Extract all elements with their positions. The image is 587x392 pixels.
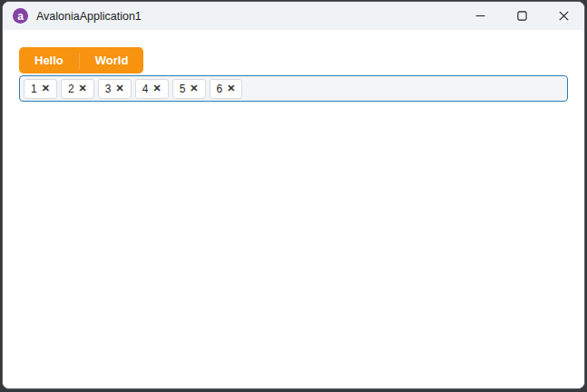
minimize-icon bbox=[475, 11, 485, 21]
window-content: Hello World 1 ✕ 2 ✕ 3 ✕ 4 bbox=[3, 30, 584, 388]
chip[interactable]: 2 ✕ bbox=[61, 79, 94, 99]
titlebar[interactable]: a AvaloniaApplication1 bbox=[3, 2, 584, 30]
close-icon bbox=[559, 11, 569, 21]
window-controls bbox=[459, 2, 584, 30]
chip-label: 4 bbox=[142, 83, 149, 95]
chip-remove-button[interactable]: ✕ bbox=[190, 83, 198, 93]
chip-remove-button[interactable]: ✕ bbox=[42, 83, 50, 93]
chip-remove-button[interactable]: ✕ bbox=[116, 83, 124, 93]
chip-label: 2 bbox=[68, 83, 74, 95]
chip[interactable]: 1 ✕ bbox=[24, 79, 57, 99]
chip[interactable]: 5 ✕ bbox=[172, 79, 206, 99]
tab-world[interactable]: World bbox=[80, 47, 144, 74]
close-button[interactable] bbox=[543, 2, 584, 30]
window-title: AvaloniaApplication1 bbox=[36, 10, 142, 23]
minimize-button[interactable] bbox=[459, 2, 501, 30]
chip-label: 3 bbox=[105, 83, 112, 95]
maximize-button[interactable] bbox=[501, 2, 543, 30]
chip-label: 6 bbox=[217, 83, 223, 95]
chip[interactable]: 6 ✕ bbox=[210, 79, 243, 99]
chip-remove-button[interactable]: ✕ bbox=[152, 83, 161, 93]
tab-hello[interactable]: Hello bbox=[19, 47, 79, 74]
chip[interactable]: 3 ✕ bbox=[98, 79, 132, 99]
tab-strip: Hello World bbox=[19, 47, 143, 74]
chip[interactable]: 4 ✕ bbox=[135, 79, 169, 99]
tag-input-container[interactable]: 1 ✕ 2 ✕ 3 ✕ 4 ✕ 5 ✕ bbox=[19, 75, 568, 102]
avalonia-logo-icon: a bbox=[13, 8, 28, 24]
app-window: a AvaloniaApplication1 bbox=[2, 1, 585, 389]
chip-label: 1 bbox=[31, 83, 37, 95]
chip-remove-button[interactable]: ✕ bbox=[79, 83, 87, 93]
chip-label: 5 bbox=[180, 83, 186, 95]
chip-remove-button[interactable]: ✕ bbox=[227, 83, 235, 93]
maximize-icon bbox=[517, 11, 527, 21]
desktop-background: a AvaloniaApplication1 bbox=[0, 0, 587, 392]
